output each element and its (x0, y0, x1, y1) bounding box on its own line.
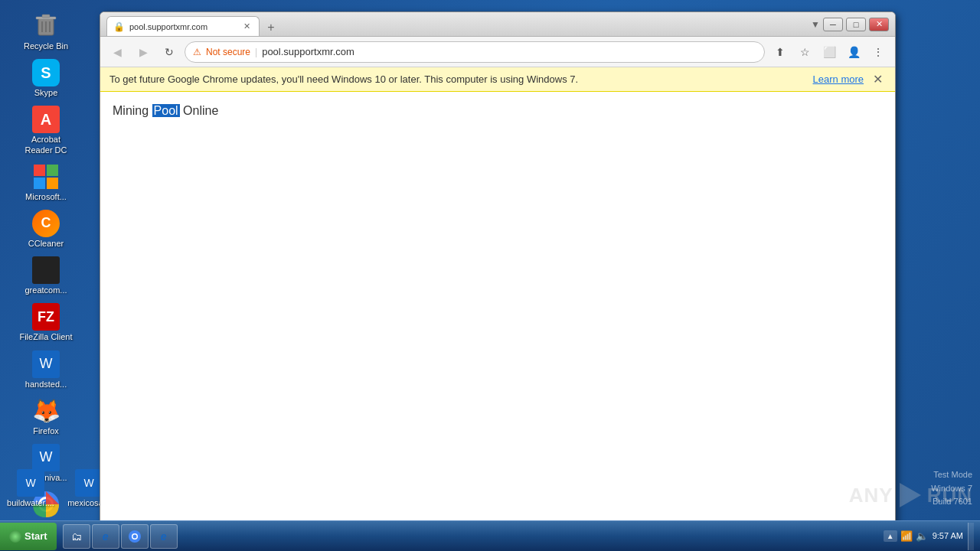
chrome-taskbar-icon (128, 530, 142, 543)
close-button[interactable]: ✕ (869, 18, 889, 31)
taskbar: Start 🗂 e e (0, 520, 980, 551)
taskbar-items: 🗂 e e (60, 521, 877, 551)
svg-marker-13 (900, 483, 921, 507)
test-mode-line1: Test Mode (931, 468, 972, 482)
clock-time: 9:57 AM (933, 530, 963, 541)
reload-button[interactable]: ↻ (158, 41, 180, 63)
browser-title-bar: 🔒 pool.supportxmr.com ✕ + ▼ ─ □ ✕ (100, 12, 895, 37)
tab-title: pool.supportxmr.com (129, 22, 236, 31)
page-title-highlight: Pool (152, 104, 180, 117)
system-clock[interactable]: 9:57 AM (933, 530, 963, 541)
window-controls: ─ □ ✕ (823, 18, 889, 31)
system-tray: ▲ 📶 🔈 9:57 AM (877, 521, 980, 551)
security-icon: ⚠ (193, 47, 201, 57)
update-info-bar: To get future Google Chrome updates, you… (100, 67, 895, 92)
tab-strip: 🔒 pool.supportxmr.com ✕ + (106, 12, 808, 36)
svg-point-16 (132, 534, 136, 538)
svg-rect-6 (34, 165, 45, 176)
info-bar-message: To get future Google Chrome updates, you… (109, 73, 807, 85)
not-secure-label: Not secure (206, 47, 250, 57)
bottom-desktop-icons: W buildwater.... (0, 463, 61, 514)
taskbar-item-explorer[interactable]: 🗂 (63, 524, 90, 549)
info-bar-close-button[interactable]: ✕ (870, 72, 886, 86)
share-button[interactable]: ⬆ (769, 41, 791, 63)
page-heading: Mining Pool Online (113, 104, 883, 118)
mexicosa-icon: W (75, 469, 103, 497)
buildwater-icon: W (17, 469, 44, 497)
desktop-icon-buildwater[interactable]: W buildwater.... (0, 466, 61, 511)
back-button[interactable]: ◀ (106, 41, 128, 63)
anyrun-text: ANY (849, 484, 893, 507)
ie-taskbar-icon: e (99, 530, 113, 543)
learn-more-link[interactable]: Learn more (813, 73, 864, 85)
anyrun-text2: RUN (927, 484, 972, 507)
profile-button[interactable]: 👤 (843, 41, 864, 63)
tab-close-button[interactable]: ✕ (240, 21, 253, 33)
start-orb (9, 530, 21, 543)
svg-rect-8 (34, 178, 45, 189)
buildwater-label: buildwater.... (7, 498, 54, 508)
tab-favicon: 🔒 (113, 21, 125, 32)
menu-button[interactable]: ⋮ (867, 41, 889, 63)
desktop: Recycle Bin S Skype A Acrobat Reader DC … (0, 0, 980, 551)
skype-label: Skype (34, 88, 58, 98)
taskbar-item-ie[interactable]: e (92, 524, 119, 549)
split-screen-button[interactable]: ⬜ (818, 41, 840, 63)
start-label: Start (24, 530, 47, 542)
taskbar-item-chrome-running[interactable] (121, 524, 149, 549)
new-tab-button[interactable]: + (261, 19, 281, 36)
nav-action-buttons: ⬆ ☆ ⬜ 👤 ⋮ (769, 41, 889, 63)
tray-arrow-icon[interactable]: ▲ (884, 530, 897, 542)
show-desktop-button[interactable] (968, 523, 974, 550)
anyrun-watermark: ANY RUN (849, 481, 972, 509)
maximize-button[interactable]: □ (846, 18, 866, 31)
minimize-button[interactable]: ─ (823, 18, 843, 31)
svg-rect-2 (42, 15, 50, 18)
tray-icons: ▲ 📶 🔈 (884, 530, 928, 542)
tab-expand-button[interactable]: ▼ (808, 16, 823, 33)
bookmark-button[interactable]: ☆ (794, 41, 815, 63)
navigation-bar: ◀ ▶ ↻ ⚠ Not secure | pool.supportxmr.com… (100, 37, 895, 67)
forward-button[interactable]: ▶ (132, 41, 154, 63)
url-separator: | (255, 47, 257, 57)
network-tray-icon: 📶 (900, 530, 913, 542)
page-title-after: Online (180, 104, 219, 117)
page-title-before: Mining (113, 104, 152, 117)
anyrun-play-icon (897, 481, 924, 509)
ie2-taskbar-icon: e (157, 530, 171, 543)
volume-tray-icon: 🔈 (916, 530, 928, 542)
taskbar-item-ie2[interactable]: e (150, 524, 178, 549)
active-tab[interactable]: 🔒 pool.supportxmr.com ✕ (106, 16, 260, 36)
browser-window: 🔒 pool.supportxmr.com ✕ + ▼ ─ □ ✕ ◀ ▶ ↻ … (100, 11, 896, 526)
explorer-taskbar-icon: 🗂 (70, 530, 83, 543)
url-display: pool.supportxmr.com (262, 46, 756, 57)
page-content: Mining Pool Online (100, 92, 895, 525)
address-bar[interactable]: ⚠ Not secure | pool.supportxmr.com (185, 41, 765, 63)
start-button[interactable]: Start (0, 523, 57, 550)
